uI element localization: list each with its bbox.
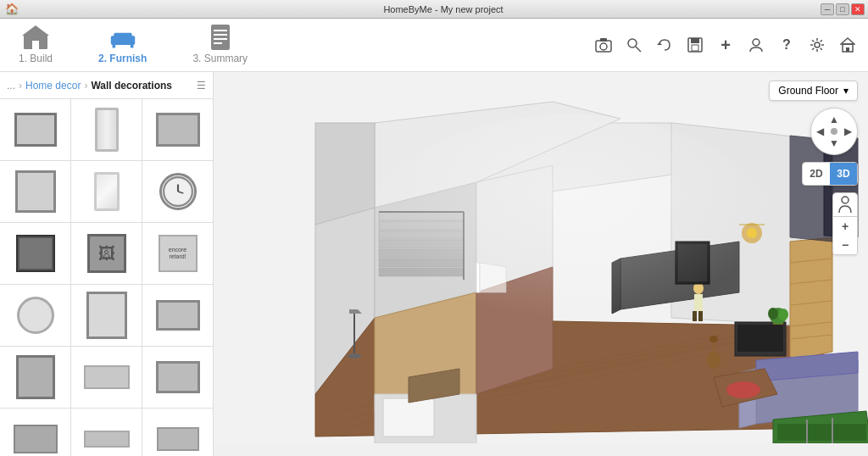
tab-summary[interactable]: 3. Summary [182, 19, 258, 71]
svg-rect-90 [777, 424, 866, 441]
item-preview [95, 108, 119, 152]
item-preview [14, 425, 58, 453]
list-item[interactable] [71, 161, 142, 222]
svg-rect-25 [846, 47, 849, 52]
home-tool-button[interactable] [836, 33, 860, 57]
list-item[interactable]: 🖼 [71, 223, 142, 284]
svg-point-15 [628, 39, 637, 47]
undo-tool-button[interactable] [653, 33, 676, 57]
svg-rect-19 [691, 38, 699, 43]
sidebar-items-grid: 🖼 encoreretard! [0, 99, 213, 456]
main-view[interactable]: Ground Floor ▾ ▲ ▼ ◀ ▶ 2D 3D [214, 72, 868, 456]
svg-point-87 [768, 308, 778, 320]
minimize-button[interactable]: ─ [821, 3, 834, 15]
settings-tool-button[interactable] [805, 33, 829, 57]
summary-icon [207, 25, 234, 49]
compass-center [831, 128, 837, 135]
view-mode-toggle: 2D 3D [802, 162, 858, 186]
list-item[interactable] [0, 285, 70, 346]
item-preview: 🖼 [87, 234, 126, 273]
svg-rect-10 [214, 38, 227, 40]
zoom-in-button[interactable]: + [833, 217, 857, 236]
svg-point-100 [842, 197, 849, 203]
floor-selector-label: Ground Floor [778, 85, 838, 97]
svg-point-99 [358, 114, 782, 369]
furnish-icon [109, 25, 136, 49]
svg-point-13 [600, 43, 607, 50]
mode-3d-button[interactable]: 3D [830, 163, 857, 185]
list-item[interactable] [71, 347, 142, 408]
svg-rect-7 [211, 25, 230, 50]
toolbar-tools: + ? [592, 33, 860, 57]
add-tool-button[interactable]: + [714, 33, 737, 57]
tab-summary-label: 3. Summary [192, 53, 248, 64]
search-tool-button[interactable] [622, 33, 646, 57]
list-item[interactable] [142, 99, 213, 160]
tab-furnish[interactable]: 2. Furnish [88, 19, 157, 71]
list-item[interactable] [0, 161, 70, 222]
svg-rect-9 [214, 34, 227, 36]
compass-right-icon: ▶ [844, 125, 852, 137]
sidebar: ... › Home decor › Wall decorations ☰ [0, 72, 214, 456]
list-item[interactable] [71, 409, 142, 456]
list-item[interactable] [142, 285, 213, 346]
item-preview [14, 113, 57, 147]
item-preview: encoreretard! [159, 235, 198, 272]
item-preview [16, 235, 55, 272]
mode-2d-button[interactable]: 2D [803, 163, 830, 185]
svg-rect-20 [692, 45, 698, 51]
item-preview [84, 431, 130, 448]
help-tool-button[interactable]: ? [775, 33, 798, 57]
zoom-out-button[interactable]: − [833, 236, 857, 254]
svg-rect-65 [737, 325, 783, 352]
list-item[interactable] [0, 99, 70, 160]
breadcrumb-sep-1: › [84, 80, 87, 92]
svg-rect-2 [32, 41, 39, 49]
nav-compass[interactable]: ▲ ▼ ◀ ▶ [810, 108, 858, 155]
item-preview [159, 173, 197, 210]
tab-furnish-label: 2. Furnish [98, 53, 147, 64]
breadcrumb-sep-0: › [19, 80, 22, 92]
compass-left-icon: ◀ [816, 125, 824, 137]
toolbar: 1. Build 2. Furnish [0, 19, 868, 72]
list-item[interactable] [142, 161, 213, 222]
list-item[interactable] [71, 99, 142, 160]
svg-rect-4 [114, 33, 131, 39]
view-controls: Ground Floor ▾ ▲ ▼ ◀ ▶ 2D 3D [769, 81, 858, 255]
breadcrumb-ellipsis[interactable]: ... [7, 80, 15, 92]
list-item[interactable] [0, 347, 70, 408]
breadcrumb-wall-decorations: Wall decorations [91, 80, 172, 92]
svg-point-70 [726, 381, 760, 398]
list-item[interactable] [0, 223, 70, 284]
toolbar-tabs: 1. Build 2. Furnish [8, 19, 258, 71]
floor-selector[interactable]: Ground Floor ▾ [769, 81, 858, 101]
floor-selector-chevron: ▾ [843, 85, 849, 97]
profile-tool-button[interactable] [744, 33, 768, 57]
maximize-button[interactable]: □ [836, 3, 849, 15]
list-item[interactable] [71, 285, 142, 346]
save-tool-button[interactable] [683, 33, 707, 57]
item-preview [15, 170, 56, 213]
svg-marker-17 [657, 42, 662, 45]
compass-up-icon: ▲ [829, 114, 839, 125]
item-preview [17, 297, 54, 334]
titlebar-title: HomeByMe - My new project [24, 4, 863, 14]
svg-point-98 [348, 353, 361, 359]
list-item[interactable] [142, 409, 213, 456]
breadcrumb-home-decor[interactable]: Home decor [25, 80, 81, 92]
list-item[interactable]: encoreretard! [142, 223, 213, 284]
svg-rect-6 [131, 43, 134, 47]
tab-build[interactable]: 1. Build [8, 19, 63, 71]
item-preview [156, 300, 200, 331]
svg-rect-11 [214, 42, 222, 44]
camera-tool-button[interactable] [592, 33, 615, 57]
item-preview [86, 292, 127, 339]
person-view-button[interactable] [833, 193, 857, 217]
list-item[interactable] [142, 347, 213, 408]
svg-rect-5 [112, 43, 115, 47]
close-button[interactable]: ✕ [851, 3, 865, 15]
list-item[interactable] [0, 409, 70, 456]
item-preview [16, 355, 55, 399]
floor-plan-3d: Ground Floor ▾ ▲ ▼ ◀ ▶ 2D 3D [214, 72, 868, 456]
breadcrumb-list-icon[interactable]: ☰ [197, 80, 206, 92]
